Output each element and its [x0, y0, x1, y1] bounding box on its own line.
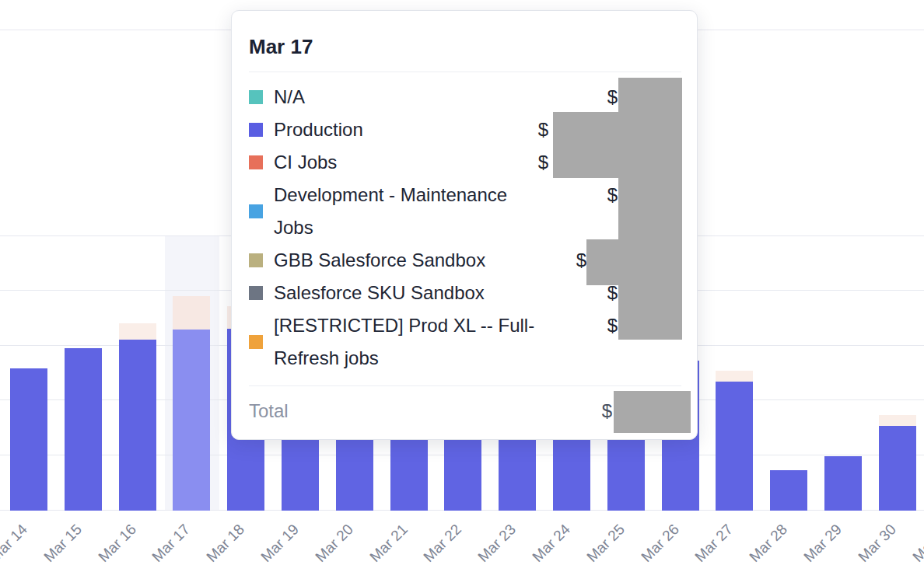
bar-mar-27-production[interactable]	[716, 382, 753, 511]
series-label: Development - Maintenance Jobs	[274, 179, 550, 244]
series-swatch-icon	[249, 335, 263, 349]
bar-mar-17-ci-jobs[interactable]	[173, 296, 210, 330]
series-label: CI Jobs	[274, 146, 337, 179]
series-label: N/A	[274, 81, 305, 113]
series-label: Salesforce SKU Sandbox	[274, 277, 485, 309]
bar-mar-16-ci-jobs[interactable]	[119, 323, 156, 340]
bar-mar-30-ci-jobs[interactable]	[879, 415, 916, 426]
tooltip-title: Mar 17	[249, 33, 681, 60]
tooltip-divider	[249, 385, 681, 386]
series-swatch-icon	[249, 286, 263, 300]
series-label: GBB Salesforce Sandbox	[274, 244, 485, 277]
series-swatch-icon	[249, 123, 263, 137]
bar-mar-30-production[interactable]	[879, 426, 916, 511]
bar-mar-14-production[interactable]	[10, 368, 47, 511]
series-swatch-icon	[249, 204, 263, 218]
series-swatch-icon	[249, 155, 263, 169]
tooltip-row: [RESTRICTED] Prod XL -- Full-Refresh job…	[249, 309, 681, 375]
series-label: [RESTRICTED] Prod XL -- Full-Refresh job…	[274, 309, 550, 375]
redaction-overlay	[614, 391, 691, 433]
series-label: Production	[274, 113, 363, 146]
redaction-overlay	[618, 78, 682, 340]
tooltip-divider	[249, 72, 681, 72]
bar-mar-16-production[interactable]	[119, 340, 156, 511]
series-swatch-icon	[249, 90, 263, 104]
total-label: Total	[249, 395, 289, 427]
redaction-overlay	[586, 239, 618, 285]
bar-mar-15-production[interactable]	[65, 348, 102, 511]
redaction-overlay	[553, 112, 618, 178]
tooltip-row: N/A$	[249, 81, 681, 113]
series-swatch-icon	[249, 253, 263, 267]
cost-by-environment-chart: Mar 14Mar 15Mar 16Mar 17Mar 18Mar 19Mar …	[0, 0, 924, 586]
tooltip-row: Development - Maintenance Jobs$	[249, 179, 681, 244]
bar-mar-17-production[interactable]	[173, 330, 210, 511]
bar-mar-27-ci-jobs[interactable]	[716, 371, 753, 382]
